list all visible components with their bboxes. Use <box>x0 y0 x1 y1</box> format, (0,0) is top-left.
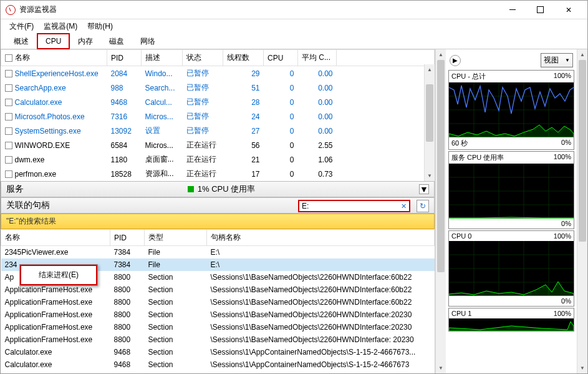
minimize-button[interactable] <box>498 1 526 19</box>
col-name: 名称 <box>1 50 107 66</box>
cpu-indicator-icon <box>188 186 194 192</box>
dropdown-arrow-icon: ▼ <box>565 57 570 63</box>
checkbox[interactable] <box>5 113 12 121</box>
process-table[interactable]: 名称 PID 描述 状态 线程数 CPU 平均 C... ShellExperi… <box>1 49 435 181</box>
tab-network[interactable]: 网络 <box>132 33 163 49</box>
hcol-hname[interactable]: 句柄名称 <box>207 230 435 246</box>
hcol-name[interactable]: 名称 <box>1 230 110 246</box>
checkbox-all[interactable] <box>5 54 12 62</box>
checkbox[interactable] <box>5 156 12 164</box>
services-usage: 1% CPU 使用率 <box>198 184 255 195</box>
tab-cpu[interactable]: CPU <box>37 33 70 49</box>
chart-service-cpu: 服务 CPU 使用率100% 0% <box>448 151 574 229</box>
tab-disk[interactable]: 磁盘 <box>101 33 132 49</box>
menu-help[interactable]: 帮助(H) <box>85 20 115 33</box>
handle-row[interactable]: ApplicationFrameHost.exe8800Section\Sess… <box>1 333 435 346</box>
ctx-end-process[interactable]: 结束进程(E) <box>20 265 97 285</box>
process-row[interactable]: perfmon.exe18528资源和...正在运行1700.73 <box>1 167 435 181</box>
handle-row[interactable]: ApplicationFrameHost.exe8800Section\Sess… <box>1 296 435 308</box>
clear-search-icon[interactable]: ✕ <box>401 202 407 210</box>
app-icon <box>6 5 16 15</box>
col-desc[interactable]: 描述 <box>142 50 183 66</box>
right-scrollbar[interactable]: ▲▼ <box>577 49 587 373</box>
tab-overview[interactable]: 概述 <box>6 33 37 49</box>
menubar: 文件(F) 监视器(M) 帮助(H) <box>1 19 587 33</box>
handle-row[interactable]: 2345PicViewer.exe7384FileE:\ <box>1 246 435 259</box>
process-row[interactable]: Calculator.exe9468Calcul...已暂停2800.00 <box>1 95 435 109</box>
col-threads[interactable]: 线程数 <box>223 50 264 66</box>
handles-search-input[interactable] <box>302 202 398 210</box>
hcol-type[interactable]: 类型 <box>145 230 207 246</box>
main-scrollbar[interactable]: ▲▼ <box>435 49 446 373</box>
handle-row[interactable]: ApplicationFrameHost.exe8800Section\Sess… <box>1 321 435 333</box>
titlebar: 资源监视器 <box>1 1 587 19</box>
process-row[interactable]: ShellExperienceHost.exe2084Windo...已暂停29… <box>1 66 435 81</box>
close-button[interactable] <box>554 1 582 19</box>
handle-row[interactable]: ApplicationFrameHost.exe8800Section\Sess… <box>1 308 435 321</box>
handles-table[interactable]: 名称 PID 类型 句柄名称 2345PicViewer.exe7384File… <box>1 229 435 371</box>
handles-search[interactable]: ✕ <box>298 200 410 212</box>
context-menu: 结束进程(E) <box>19 264 98 286</box>
checkbox[interactable] <box>5 142 12 149</box>
process-row[interactable]: Microsoft.Photos.exe7316Micros...已暂停2400… <box>1 109 435 124</box>
tabbar: 概述 CPU 内存 磁盘 网络 <box>1 33 587 49</box>
process-scrollbar[interactable]: ▲▼ <box>424 64 435 181</box>
handle-row[interactable]: Calculator.exe9468Section\Sessions\1\App… <box>1 346 435 358</box>
search-results-title: "E:"的搜索结果 <box>1 214 435 229</box>
col-pid[interactable]: PID <box>107 50 142 66</box>
checkbox[interactable] <box>5 127 12 135</box>
col-cpu[interactable]: CPU <box>264 50 298 66</box>
checkbox[interactable] <box>5 170 12 178</box>
collapse-panel-button[interactable]: ▶ <box>450 55 461 66</box>
chart-cpu0: CPU 0100% 0% <box>448 230 574 307</box>
handles-title: 关联的句柄 <box>6 200 50 211</box>
chart-cpu-total: CPU - 总计100% 60 秒0% <box>448 70 574 150</box>
process-row[interactable]: WINWORD.EXE6584Micros...正在运行5602.55 <box>1 138 435 152</box>
process-row[interactable]: dwm.exe1180桌面窗...正在运行2101.06 <box>1 152 435 167</box>
process-table-wrap: 名称 PID 描述 状态 线程数 CPU 平均 C... ShellExperi… <box>1 49 435 181</box>
handles-section: 关联的句柄 ✕ ↻ <box>1 197 435 214</box>
checkbox[interactable] <box>5 84 12 92</box>
process-row[interactable]: SearchApp.exe988Search...已暂停5100.00 <box>1 81 435 95</box>
col-status[interactable]: 状态 <box>183 50 223 66</box>
handles-table-wrap: 名称 PID 类型 句柄名称 2345PicViewer.exe7384File… <box>1 229 435 373</box>
chart-cpu1: CPU 1100% <box>448 308 574 332</box>
process-row[interactable]: SystemSettings.exe13092设置已暂停2700.00 <box>1 124 435 138</box>
view-dropdown[interactable]: 视图 ▼ <box>541 53 573 67</box>
hcol-pid[interactable]: PID <box>110 230 145 246</box>
menu-file[interactable]: 文件(F) <box>7 20 36 33</box>
checkbox[interactable] <box>5 70 12 77</box>
right-panel: ▶ 视图 ▼ CPU - 总计100% 60 秒0% <box>446 49 577 373</box>
refresh-button[interactable]: ↻ <box>417 200 429 212</box>
handle-row[interactable]: Calculator.exe9468Section\Sessions\1\App… <box>1 358 435 371</box>
menu-monitor[interactable]: 监视器(M) <box>41 20 80 33</box>
col-avg[interactable]: 平均 C... <box>298 50 337 66</box>
window-title: 资源监视器 <box>19 4 498 15</box>
checkbox[interactable] <box>5 99 12 106</box>
chevron-down-icon[interactable]: ⯆ <box>419 184 429 194</box>
services-section[interactable]: 服务 1% CPU 使用率 ⯆ <box>1 181 435 197</box>
services-title: 服务 <box>6 184 24 195</box>
maximize-button[interactable] <box>526 1 554 19</box>
tab-memory[interactable]: 内存 <box>70 33 101 49</box>
